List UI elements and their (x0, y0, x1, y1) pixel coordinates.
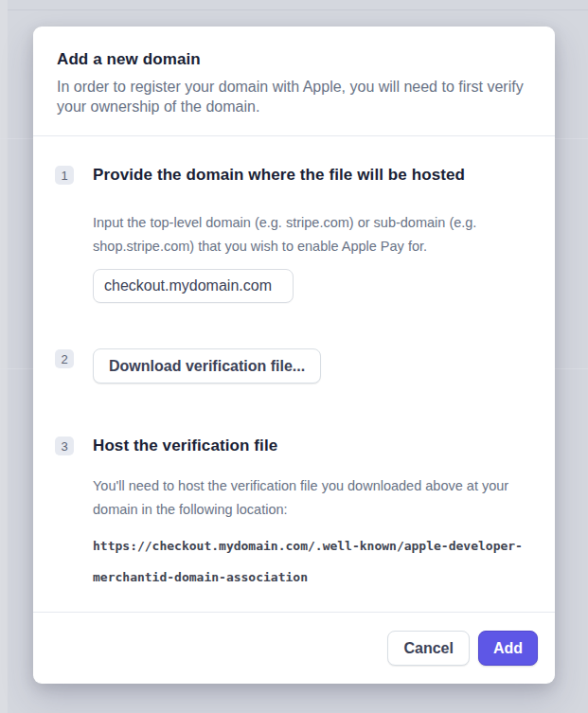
modal-subtitle: In order to register your domain with Ap… (57, 77, 531, 116)
step-3-heading: Host the verification file (93, 436, 531, 456)
step-provide-domain: 1 Provide the domain where the file will… (55, 165, 531, 303)
modal-title: Add a new domain (57, 50, 531, 69)
step-host-file: 3 Host the verification file You'll need… (55, 436, 531, 593)
step-number-badge: 1 (55, 166, 74, 185)
backdrop-top-line (8, 9, 588, 10)
modal-body: 1 Provide the domain where the file will… (33, 136, 555, 612)
step-3-description: You'll need to host the verification fil… (93, 474, 531, 522)
add-domain-modal: Add a new domain In order to register yo… (33, 27, 555, 684)
step-download-file: 2 Download verification file... (55, 348, 531, 383)
step-1-heading: Provide the domain where the file will b… (93, 165, 531, 186)
step-number-badge: 2 (55, 349, 74, 368)
domain-input[interactable] (93, 269, 294, 303)
step-1-description: Input the top-level domain (e.g. stripe.… (93, 211, 530, 258)
cancel-button[interactable]: Cancel (387, 631, 469, 666)
verification-file-url: https://checkout.mydomain.com/.well-know… (93, 530, 531, 593)
backdrop-left-strip (0, 0, 8, 713)
modal-header: Add a new domain In order to register yo… (33, 27, 555, 136)
modal-footer: Cancel Add (33, 612, 555, 684)
add-button[interactable]: Add (478, 631, 538, 666)
download-verification-file-button[interactable]: Download verification file... (93, 348, 321, 383)
step-number-badge: 3 (55, 437, 74, 455)
